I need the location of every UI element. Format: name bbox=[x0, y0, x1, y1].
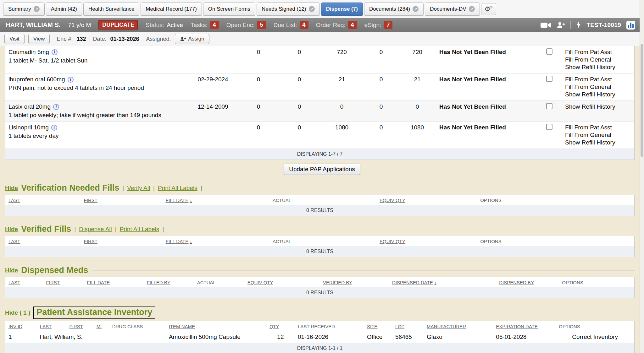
open-new-window-icon[interactable]: ↗ bbox=[309, 6, 315, 12]
add-person-icon[interactable] bbox=[557, 21, 565, 29]
show-refill-history-link[interactable]: Show Refill History bbox=[565, 103, 631, 111]
date-value: 01-13-2026 bbox=[110, 36, 139, 42]
med-select-checkbox[interactable] bbox=[546, 124, 552, 130]
column-header-site[interactable]: SITE bbox=[364, 321, 392, 331]
open-enc-count-badge[interactable]: 5 bbox=[257, 21, 266, 29]
visit-button[interactable]: Visit bbox=[4, 34, 25, 44]
column-header-qty[interactable]: QTY bbox=[266, 321, 295, 331]
sort-descending-icon: ↓ bbox=[190, 239, 192, 244]
order-req-count-badge[interactable]: 4 bbox=[348, 21, 357, 29]
info-icon[interactable]: i bbox=[51, 125, 57, 131]
print-all-labels-link[interactable]: Print All Labels bbox=[158, 185, 197, 192]
column-header-options: OPTIONS bbox=[556, 321, 634, 331]
open-new-window-icon[interactable]: ↗ bbox=[469, 6, 475, 12]
column-header-first[interactable]: FIRST bbox=[81, 236, 163, 246]
column-header-inv-id[interactable]: INV ID bbox=[5, 321, 37, 331]
show-refill-history-link[interactable]: Show Refill History bbox=[565, 91, 631, 98]
column-header-expiration-date[interactable]: EXPIRATION DATE bbox=[493, 321, 556, 331]
med-select-checkbox[interactable] bbox=[546, 103, 552, 109]
column-header-fill-date[interactable]: FILL DATE↓ bbox=[163, 236, 269, 246]
show-refill-history-link[interactable]: Show Refill History bbox=[565, 63, 631, 71]
column-header-first[interactable]: FIRST bbox=[81, 195, 163, 205]
update-pap-applications-button[interactable]: Update PAP Applications bbox=[284, 164, 360, 175]
column-header-last[interactable]: LAST bbox=[5, 195, 81, 205]
tab-admin[interactable]: Admin (42) bbox=[46, 3, 82, 16]
med-select-checkbox[interactable] bbox=[546, 48, 552, 55]
column-header-last[interactable]: LAST bbox=[37, 321, 66, 331]
column-header-verified-by[interactable]: VERIFIED BY bbox=[320, 277, 389, 287]
print-all-labels-link[interactable]: Print All Labels bbox=[120, 226, 159, 233]
scrollbar-thumb[interactable] bbox=[641, 44, 643, 157]
info-icon[interactable]: i bbox=[52, 49, 58, 55]
column-header-first[interactable]: FIRST bbox=[43, 277, 84, 287]
hide-link[interactable]: Hide bbox=[5, 185, 18, 192]
duplicate-badge[interactable]: DUPLICATE bbox=[98, 20, 138, 30]
medication-directions: 1 tablet M- Sat, 1/2 tablet Sun bbox=[8, 57, 185, 64]
column-header-mi[interactable]: MI bbox=[93, 321, 109, 331]
fill-from-pat-asst-link[interactable]: Fill From Pat Asst bbox=[565, 48, 631, 56]
fill-from-pat-asst-link[interactable]: Fill From Pat Asst bbox=[565, 76, 631, 83]
fill-status: Has Not Yet Been Filled bbox=[436, 73, 537, 101]
info-icon[interactable]: i bbox=[68, 77, 74, 83]
tab-documents[interactable]: Documents (284)↗ bbox=[364, 3, 424, 16]
show-refill-history-link[interactable]: Show Refill History bbox=[565, 139, 631, 146]
tab-medical-record[interactable]: Medical Record (177) bbox=[141, 3, 202, 16]
column-header-first[interactable]: FIRST bbox=[66, 321, 93, 331]
column-header-last[interactable]: LAST bbox=[5, 236, 81, 246]
tab-dispense[interactable]: Dispense (7) bbox=[321, 3, 363, 16]
vertical-scrollbar[interactable] bbox=[640, 0, 644, 353]
view-button[interactable]: View bbox=[28, 34, 50, 44]
medication-name: ibuprofen oral 600mg bbox=[8, 76, 65, 83]
column-header-filled-by[interactable]: FILLED BY bbox=[144, 277, 194, 287]
column-header-lot[interactable]: LOT bbox=[392, 321, 424, 331]
tab-label: Health Surveillance bbox=[88, 6, 134, 12]
open-new-window-icon[interactable]: ↗ bbox=[413, 6, 419, 12]
hide-count-link[interactable]: Hide ( 1 ) bbox=[5, 309, 30, 316]
tab-settings[interactable]: ⚙ ⚙ bbox=[481, 3, 496, 15]
tab-documents-dv[interactable]: Documents-DV↗ bbox=[425, 3, 480, 16]
column-header-dispensed-by[interactable]: DISPENSED BY bbox=[496, 277, 559, 287]
hide-link[interactable]: Hide bbox=[5, 226, 18, 233]
verified-fills-section: Hide Verified Fills | Dispense All | Pri… bbox=[5, 224, 635, 257]
tasks-count-badge[interactable]: 4 bbox=[210, 21, 219, 29]
assign-button[interactable]: Assign bbox=[175, 34, 209, 44]
lightning-icon[interactable] bbox=[576, 21, 581, 29]
fill-from-general-link[interactable]: Fill From General bbox=[565, 56, 631, 63]
column-header-last[interactable]: LAST bbox=[5, 277, 43, 287]
column-header-equiv-qty[interactable]: EQUIV QTY bbox=[376, 195, 477, 205]
separator: | bbox=[74, 226, 76, 233]
dispense-all-link[interactable]: Dispense All bbox=[79, 226, 112, 233]
fill-from-general-link[interactable]: Fill From General bbox=[565, 131, 631, 139]
esign-count-badge[interactable]: 7 bbox=[384, 21, 392, 29]
open-new-window-icon[interactable]: ↗ bbox=[34, 6, 40, 12]
video-camera-icon[interactable] bbox=[541, 22, 551, 29]
fill-from-general-link[interactable]: Fill From General bbox=[565, 83, 631, 91]
column-header-fill-date[interactable]: FILL DATE↓ bbox=[163, 195, 269, 205]
medication-name: Lisinopril 10mg bbox=[8, 124, 49, 131]
column-header-item-name[interactable]: ITEM NAME bbox=[166, 321, 266, 331]
column-header-manufacturer[interactable]: MANUFACTURER bbox=[424, 321, 493, 331]
med-date: 12-14-2009 bbox=[188, 101, 238, 122]
hide-link[interactable]: Hide bbox=[5, 267, 18, 274]
patient-id: TEST-10019 bbox=[586, 22, 621, 29]
tab-label: Needs Signed (12) bbox=[262, 6, 306, 12]
med-select-checkbox[interactable] bbox=[546, 76, 552, 82]
assign-button-label: Assign bbox=[188, 36, 204, 42]
info-icon[interactable]: i bbox=[53, 104, 59, 110]
bar-chart-icon[interactable] bbox=[626, 21, 635, 30]
tab-needs-signed[interactable]: Needs Signed (12)↗ bbox=[257, 3, 320, 16]
tab-summary[interactable]: Summary↗ bbox=[3, 3, 45, 16]
tab-health-surveillance[interactable]: Health Surveillance bbox=[83, 3, 139, 16]
fill-status: Has Not Yet Been Filled bbox=[436, 46, 537, 73]
column-header-fill-date[interactable]: FILL DATE bbox=[84, 277, 144, 287]
tab-on-screen-forms[interactable]: On Screen Forms bbox=[203, 3, 255, 16]
due-list-count-badge[interactable]: 4 bbox=[300, 21, 308, 29]
column-header-equiv-qty[interactable]: EQUIV QTY bbox=[376, 236, 477, 246]
column-header-equiv-qty[interactable]: EQUIV QTY bbox=[244, 277, 320, 287]
section-title: Patient Assistance Inventory bbox=[36, 307, 152, 317]
column-header-dispensed-date[interactable]: DISPENSED DATE↓ bbox=[389, 277, 496, 287]
verify-all-link[interactable]: Verify All bbox=[127, 185, 150, 192]
correct-inventory-link[interactable]: Correct Inventory bbox=[556, 331, 634, 343]
results-count: 0 RESULTS bbox=[5, 287, 635, 298]
fill-from-pat-asst-link[interactable]: Fill From Pat Asst bbox=[565, 124, 631, 131]
